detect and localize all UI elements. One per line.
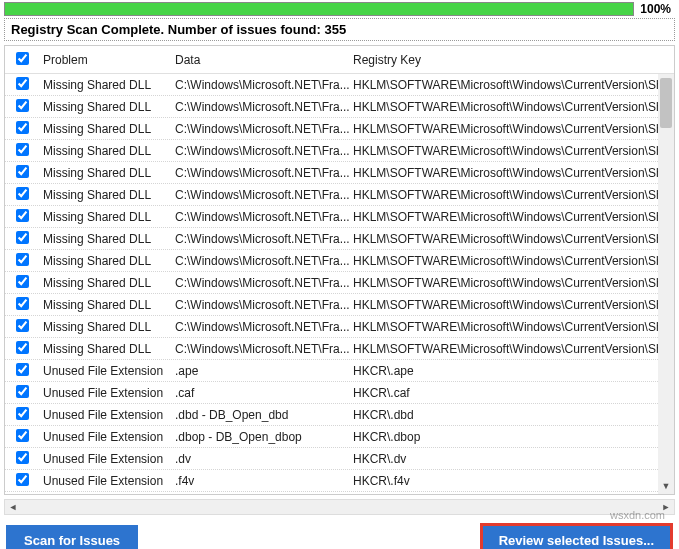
progress-bar xyxy=(4,2,634,16)
cell-registry-key: HKCR\.ape xyxy=(349,364,658,378)
cell-problem: Missing Shared DLL xyxy=(39,342,171,356)
row-checkbox[interactable] xyxy=(16,385,29,398)
horizontal-scrollbar[interactable]: ◄ ► xyxy=(4,499,675,515)
progress-percent: 100% xyxy=(640,2,671,16)
row-checkbox[interactable] xyxy=(16,121,29,134)
table-row[interactable]: Unused File Extension.cafHKCR\.caf xyxy=(5,382,674,404)
status-line: Registry Scan Complete. Number of issues… xyxy=(4,18,675,41)
table-row[interactable]: Missing Shared DLLC:\Windows\Microsoft.N… xyxy=(5,74,674,96)
cell-problem: Unused File Extension xyxy=(39,408,171,422)
table-row[interactable]: Missing Shared DLLC:\Windows\Microsoft.N… xyxy=(5,206,674,228)
cell-data: .dbd - DB_Open_dbd xyxy=(171,408,349,422)
scroll-thumb[interactable] xyxy=(660,78,672,128)
row-checkbox[interactable] xyxy=(16,187,29,200)
table-row[interactable]: Unused File Extension.dvHKCR\.dv xyxy=(5,448,674,470)
cell-problem: Unused File Extension xyxy=(39,364,171,378)
cell-registry-key: HKLM\SOFTWARE\Microsoft\Windows\CurrentV… xyxy=(349,254,658,268)
table-row[interactable]: Missing Shared DLLC:\Windows\Microsoft.N… xyxy=(5,316,674,338)
cell-registry-key: HKLM\SOFTWARE\Microsoft\Windows\CurrentV… xyxy=(349,144,658,158)
cell-problem: Unused File Extension xyxy=(39,430,171,444)
cell-registry-key: HKLM\SOFTWARE\Microsoft\Windows\CurrentV… xyxy=(349,166,658,180)
row-checkbox[interactable] xyxy=(16,275,29,288)
header-select-all[interactable] xyxy=(5,52,39,68)
cell-registry-key: HKLM\SOFTWARE\Microsoft\Windows\CurrentV… xyxy=(349,188,658,202)
cell-data: C:\Windows\Microsoft.NET\Fra... xyxy=(171,166,349,180)
row-checkbox[interactable] xyxy=(16,143,29,156)
table-row[interactable]: Unused File Extension.dbd - DB_Open_dbdH… xyxy=(5,404,674,426)
row-checkbox[interactable] xyxy=(16,473,29,486)
table-row[interactable]: Missing Shared DLLC:\Windows\Microsoft.N… xyxy=(5,338,674,360)
cell-data: C:\Windows\Microsoft.NET\Fra... xyxy=(171,298,349,312)
scroll-left-icon[interactable]: ◄ xyxy=(5,502,21,512)
cell-data: C:\Windows\Microsoft.NET\Fra... xyxy=(171,320,349,334)
table-header: Problem Data Registry Key xyxy=(5,46,674,74)
cell-problem: Missing Shared DLL xyxy=(39,188,171,202)
cell-data: C:\Windows\Microsoft.NET\Fra... xyxy=(171,78,349,92)
table-body: Missing Shared DLLC:\Windows\Microsoft.N… xyxy=(5,74,674,494)
cell-problem: Missing Shared DLL xyxy=(39,298,171,312)
select-all-checkbox[interactable] xyxy=(16,52,29,65)
cell-problem: Missing Shared DLL xyxy=(39,100,171,114)
cell-data: .f4v xyxy=(171,474,349,488)
review-selected-issues-button[interactable]: Review selected Issues... xyxy=(480,523,673,549)
table-row[interactable]: Missing Shared DLLC:\Windows\Microsoft.N… xyxy=(5,184,674,206)
cell-data: .caf xyxy=(171,386,349,400)
table-row[interactable]: Missing Shared DLLC:\Windows\Microsoft.N… xyxy=(5,162,674,184)
table-row[interactable]: Unused File Extension.apeHKCR\.ape xyxy=(5,360,674,382)
issues-table: Problem Data Registry Key Missing Shared… xyxy=(4,45,675,495)
cell-data: C:\Windows\Microsoft.NET\Fra... xyxy=(171,144,349,158)
cell-problem: Missing Shared DLL xyxy=(39,232,171,246)
cell-data: C:\Windows\Microsoft.NET\Fra... xyxy=(171,342,349,356)
cell-problem: Missing Shared DLL xyxy=(39,78,171,92)
header-problem[interactable]: Problem xyxy=(39,53,171,67)
row-checkbox[interactable] xyxy=(16,407,29,420)
cell-problem: Missing Shared DLL xyxy=(39,144,171,158)
row-checkbox[interactable] xyxy=(16,165,29,178)
row-checkbox[interactable] xyxy=(16,319,29,332)
cell-registry-key: HKLM\SOFTWARE\Microsoft\Windows\CurrentV… xyxy=(349,276,658,290)
cell-data: C:\Windows\Microsoft.NET\Fra... xyxy=(171,232,349,246)
cell-data: .ape xyxy=(171,364,349,378)
table-row[interactable]: Missing Shared DLLC:\Windows\Microsoft.N… xyxy=(5,96,674,118)
footer: Scan for Issues Review selected Issues..… xyxy=(0,515,679,549)
table-row[interactable]: Missing Shared DLLC:\Windows\Microsoft.N… xyxy=(5,140,674,162)
table-row[interactable]: Missing Shared DLLC:\Windows\Microsoft.N… xyxy=(5,118,674,140)
cell-problem: Missing Shared DLL xyxy=(39,122,171,136)
cell-registry-key: HKLM\SOFTWARE\Microsoft\Windows\CurrentV… xyxy=(349,232,658,246)
cell-data: .dbop - DB_Open_dbop xyxy=(171,430,349,444)
cell-problem: Unused File Extension xyxy=(39,386,171,400)
scan-for-issues-button[interactable]: Scan for Issues xyxy=(6,525,138,549)
table-row[interactable]: Missing Shared DLLC:\Windows\Microsoft.N… xyxy=(5,272,674,294)
scroll-down-icon[interactable]: ▼ xyxy=(658,478,674,494)
cell-problem: Unused File Extension xyxy=(39,474,171,488)
cell-problem: Missing Shared DLL xyxy=(39,210,171,224)
cell-data: C:\Windows\Microsoft.NET\Fra... xyxy=(171,254,349,268)
cell-registry-key: HKCR\.f4v xyxy=(349,474,658,488)
scroll-right-icon[interactable]: ► xyxy=(658,502,674,512)
row-checkbox[interactable] xyxy=(16,429,29,442)
row-checkbox[interactable] xyxy=(16,341,29,354)
row-checkbox[interactable] xyxy=(16,363,29,376)
cell-registry-key: HKLM\SOFTWARE\Microsoft\Windows\CurrentV… xyxy=(349,210,658,224)
header-data[interactable]: Data xyxy=(171,53,349,67)
row-checkbox[interactable] xyxy=(16,99,29,112)
cell-registry-key: HKCR\.dbd xyxy=(349,408,658,422)
table-row[interactable]: Unused File Extension.f4vHKCR\.f4v xyxy=(5,470,674,492)
cell-data: C:\Windows\Microsoft.NET\Fra... xyxy=(171,100,349,114)
table-row[interactable]: Unused File Extension.dbop - DB_Open_dbo… xyxy=(5,426,674,448)
row-checkbox[interactable] xyxy=(16,297,29,310)
table-row[interactable]: Missing Shared DLLC:\Windows\Microsoft.N… xyxy=(5,228,674,250)
table-row[interactable]: Missing Shared DLLC:\Windows\Microsoft.N… xyxy=(5,250,674,272)
header-regkey[interactable]: Registry Key xyxy=(349,53,658,67)
row-checkbox[interactable] xyxy=(16,77,29,90)
row-checkbox[interactable] xyxy=(16,253,29,266)
cell-registry-key: HKLM\SOFTWARE\Microsoft\Windows\CurrentV… xyxy=(349,320,658,334)
cell-problem: Missing Shared DLL xyxy=(39,320,171,334)
table-row[interactable]: Missing Shared DLLC:\Windows\Microsoft.N… xyxy=(5,294,674,316)
row-checkbox[interactable] xyxy=(16,209,29,222)
vertical-scrollbar[interactable]: ▲ ▼ xyxy=(658,74,674,494)
cell-registry-key: HKLM\SOFTWARE\Microsoft\Windows\CurrentV… xyxy=(349,100,658,114)
row-checkbox[interactable] xyxy=(16,451,29,464)
cell-data: C:\Windows\Microsoft.NET\Fra... xyxy=(171,210,349,224)
row-checkbox[interactable] xyxy=(16,231,29,244)
